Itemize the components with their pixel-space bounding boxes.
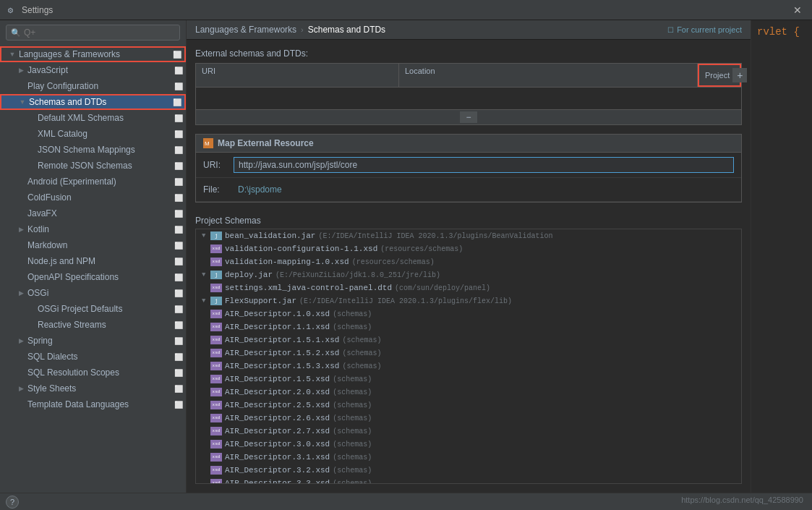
sidebar-item-label: OSGi Project Defaults <box>38 304 122 314</box>
xsd-icon: xsd <box>210 388 222 396</box>
expand-icon: ▼ <box>17 97 27 107</box>
sidebar-item-coldfusion[interactable]: ColdFusion ⬜ <box>0 190 186 205</box>
export-icon: ⬜ <box>174 273 183 281</box>
sidebar-item-label: SQL Dialects <box>27 352 78 362</box>
expand-icon <box>26 320 36 330</box>
sidebar-item-style-sheets[interactable]: ▶ Style Sheets ⬜ <box>0 381 186 396</box>
schema-path: (schemas) <box>333 441 372 449</box>
schema-air-153[interactable]: xsd AIR_Descriptor.1.5.3.xsd (schemas) <box>196 360 741 373</box>
sidebar-item-javascript[interactable]: ▶ JavaScript ⬜ <box>0 62 186 78</box>
schema-validation-config[interactable]: xsd validation-configuration-1.1.xsd (re… <box>196 242 741 255</box>
schema-name: AIR_Descriptor.1.5.xsd <box>225 375 330 383</box>
uri-label: URI: <box>203 160 234 170</box>
schema-air-32[interactable]: xsd AIR_Descriptor.3.2.xsd (schemas) <box>196 464 741 477</box>
schema-bean-validation[interactable]: ▼ j bean_validation.jar (E:/IDEA/Intelli… <box>196 229 741 242</box>
schema-name: validation-mapping-1.0.xsd <box>225 258 349 266</box>
schema-air-20[interactable]: xsd AIR_Descriptor.2.0.xsd (schemas) <box>196 386 741 399</box>
schema-air-152[interactable]: xsd AIR_Descriptor.1.5.2.xsd (schemas) <box>196 347 741 360</box>
expand-icon: ▶ <box>16 383 26 394</box>
watermark: https://blog.csdn.net/qq_42588990 <box>681 496 803 504</box>
map-resource-title: Map External Resource <box>218 138 314 148</box>
sidebar-item-remote-json-schemas[interactable]: Remote JSON Schemas ⬜ <box>0 158 186 174</box>
export-icon: ⬜ <box>174 289 183 297</box>
editor-text: rvlet { <box>757 26 800 38</box>
schema-air-30[interactable]: xsd AIR_Descriptor.3.0.xsd (schemas) <box>196 438 741 451</box>
schema-air-11[interactable]: xsd AIR_Descriptor.1.1.xsd (schemas) <box>196 320 741 333</box>
schema-settings-xml[interactable]: xsd settings.xml_java-control-panel.dtd … <box>196 281 741 294</box>
title-bar-label: Settings <box>22 5 53 15</box>
export-icon: ⬜ <box>174 353 183 361</box>
uri-input[interactable] <box>234 157 734 173</box>
sidebar-item-label: Default XML Schemas <box>38 113 124 123</box>
xsd-icon: xsd <box>210 336 222 344</box>
schema-air-10[interactable]: xsd AIR_Descriptor.1.0.xsd (schemas) <box>196 307 741 320</box>
schema-path: (schemas) <box>333 454 372 462</box>
schema-flexsupport[interactable]: ▼ j FlexSupport.jar (E:/IDEA/IntelliJ ID… <box>196 294 741 307</box>
sidebar-item-json-schema-mappings[interactable]: JSON Schema Mappings ⬜ <box>0 142 186 158</box>
sidebar-item-android[interactable]: Android (Experimental) ⬜ <box>0 174 186 190</box>
expand-icon: ▶ <box>16 65 26 75</box>
breadcrumb-current: Schemas and DTDs <box>308 25 385 35</box>
sidebar-item-nodejs[interactable]: Node.js and NPM ⬜ <box>0 253 186 269</box>
schema-deploy[interactable]: ▼ j deploy.jar (E:/PeiXunZiLiao/jdk1.8.0… <box>196 268 741 281</box>
schema-name: AIR_Descriptor.1.5.1.xsd <box>225 336 339 344</box>
expand-icon <box>26 113 36 123</box>
schema-path: (resources/schemas) <box>380 245 463 253</box>
schema-path: (schemas) <box>333 375 372 383</box>
expand-icon: ▼ <box>7 49 17 59</box>
sidebar-item-osgi[interactable]: ▶ OSGi ⬜ <box>0 285 186 301</box>
scope-icon: ☐ <box>667 26 674 34</box>
schema-air-151[interactable]: xsd AIR_Descriptor.1.5.1.xsd (schemas) <box>196 333 741 347</box>
sidebar-item-label: Markdown <box>27 240 67 250</box>
sidebar-item-sql-dialects[interactable]: SQL Dialects ⬜ <box>0 349 186 365</box>
sidebar-item-languages-frameworks[interactable]: ▼ Languages & Frameworks ⬜ <box>0 46 186 62</box>
sidebar-item-javafx[interactable]: JavaFX ⬜ <box>0 205 186 221</box>
sidebar-item-spring[interactable]: ▶ Spring ⬜ <box>0 333 186 349</box>
schema-path: (E:/PeiXunZiLiao/jdk1.8.0_251/jre/lib) <box>275 271 440 279</box>
content-header: Languages & Frameworks › Schemas and DTD… <box>187 20 751 40</box>
sidebar-item-osgi-project-defaults[interactable]: OSGi Project Defaults ⬜ <box>0 301 186 317</box>
sidebar-item-template-data[interactable]: Template Data Languages ⬜ <box>0 396 186 412</box>
search-box[interactable]: 🔍 <box>6 25 180 41</box>
title-bar: ⚙ Settings ✕ <box>0 0 812 20</box>
sidebar-item-kotlin[interactable]: ▶ Kotlin ⬜ <box>0 221 186 237</box>
schema-tree: ▼ j bean_validation.jar (E:/IDEA/Intelli… <box>195 229 742 484</box>
schema-air-26[interactable]: xsd AIR_Descriptor.2.6.xsd (schemas) <box>196 412 741 425</box>
add-schema-button[interactable]: + <box>732 68 747 82</box>
schema-air-31[interactable]: xsd AIR_Descriptor.3.1.xsd (schemas) <box>196 451 741 464</box>
sidebar-item-xml-catalog[interactable]: XML Catalog ⬜ <box>0 126 186 142</box>
export-icon: ⬜ <box>174 337 183 345</box>
remove-schema-button[interactable]: − <box>460 111 476 123</box>
xsd-icon: xsd <box>210 323 222 331</box>
sidebar-item-default-xml-schemas[interactable]: Default XML Schemas ⬜ <box>0 110 186 126</box>
schema-air-27[interactable]: xsd AIR_Descriptor.2.7.xsd (schemas) <box>196 425 741 438</box>
export-icon: ⬜ <box>174 369 183 377</box>
xsd-icon: xsd <box>210 310 222 318</box>
export-icon: ⬜ <box>173 98 181 106</box>
expand-icon <box>16 208 26 218</box>
expand-icon <box>16 81 26 91</box>
close-button[interactable]: ✕ <box>789 3 806 17</box>
schema-name: AIR_Descriptor.3.3.xsd <box>225 479 330 484</box>
expand-icon: ▼ <box>202 297 210 305</box>
sidebar-item-sql-resolution[interactable]: SQL Resolution Scopes ⬜ <box>0 365 186 381</box>
expand-icon <box>16 256 26 266</box>
sidebar-item-play-configuration[interactable]: Play Configuration ⬜ <box>0 78 186 94</box>
export-icon: ⬜ <box>174 305 183 313</box>
sidebar-item-schemas-dtds[interactable]: ▼ Schemas and DTDs ⬜ <box>0 94 186 110</box>
schema-name: AIR_Descriptor.3.1.xsd <box>225 453 330 462</box>
schema-path: (schemas) <box>342 362 381 370</box>
table-header: URI Location Project + <box>196 64 741 88</box>
main-layout: 🔍 ▼ Languages & Frameworks ⬜ ▶ JavaScrip… <box>0 20 812 493</box>
schema-air-15[interactable]: xsd AIR_Descriptor.1.5.xsd (schemas) <box>196 373 741 386</box>
schema-validation-mapping[interactable]: xsd validation-mapping-1.0.xsd (resource… <box>196 255 741 268</box>
sidebar-item-markdown[interactable]: Markdown ⬜ <box>0 237 186 253</box>
schema-air-25[interactable]: xsd AIR_Descriptor.2.5.xsd (schemas) <box>196 399 741 412</box>
expand-icon <box>16 272 26 282</box>
xsd-icon: xsd <box>210 284 222 292</box>
sidebar-item-reactive-streams[interactable]: Reactive Streams ⬜ <box>0 317 186 333</box>
sidebar-item-openapi[interactable]: OpenAPI Specifications ⬜ <box>0 269 186 285</box>
schema-air-33[interactable]: xsd AIR_Descriptor.3.3.xsd (schemas) <box>196 477 741 484</box>
search-input[interactable] <box>24 27 175 38</box>
help-button[interactable]: ? <box>6 496 19 509</box>
